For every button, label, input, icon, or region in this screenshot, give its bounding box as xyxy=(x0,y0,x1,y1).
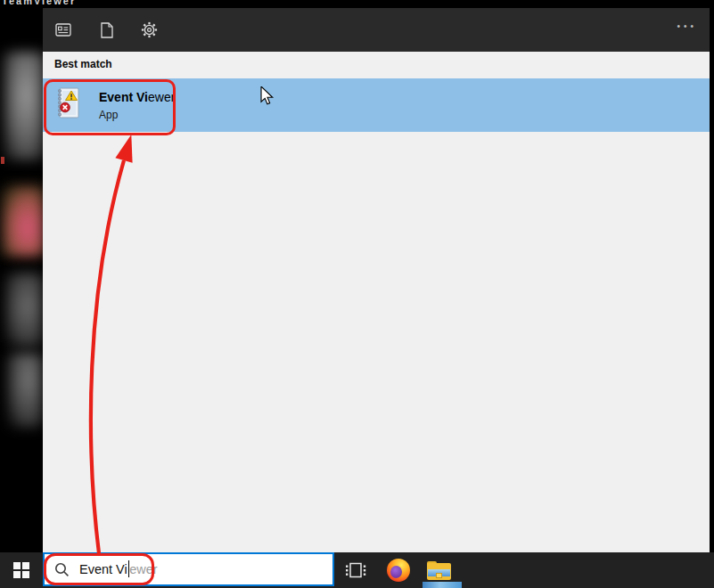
best-match-row[interactable]: Event Viewer App xyxy=(43,78,710,132)
windows-start-icon xyxy=(13,562,29,578)
search-icon xyxy=(54,562,70,577)
open-window-indicator xyxy=(423,582,462,588)
best-match-type: App xyxy=(99,109,175,121)
search-filter-header: ••• xyxy=(43,8,710,52)
best-match-title: Event Viewer xyxy=(99,90,175,105)
task-view-button[interactable] xyxy=(341,552,371,588)
clipped-window-title: TeamViewer xyxy=(2,0,198,5)
best-match-text: Event Viewer App xyxy=(99,90,175,121)
best-match-title-matched: Event Vi xyxy=(99,90,148,104)
desktop-edge xyxy=(0,0,43,552)
search-flyout-panel: ••• Best match xyxy=(43,8,710,552)
event-viewer-icon xyxy=(55,86,81,124)
taskbar: Event Viewer xyxy=(0,552,714,588)
search-autocomplete-suggestion: ewer xyxy=(129,562,157,576)
task-view-icon xyxy=(344,559,367,582)
start-button[interactable] xyxy=(0,552,43,588)
firefox-button[interactable] xyxy=(383,552,414,588)
taskbar-search-box[interactable]: Event Viewer xyxy=(43,552,334,586)
clipped-window-title-text: TeamViewer xyxy=(2,0,76,5)
screen: TeamViewer xyxy=(0,0,714,588)
more-options-button[interactable]: ••• xyxy=(677,22,697,31)
section-title: Best match xyxy=(54,58,112,70)
desktop-icon-fragment xyxy=(1,157,4,164)
best-match-title-rest: ewer xyxy=(148,90,175,104)
apps-filter-icon[interactable] xyxy=(54,21,72,39)
file-explorer-icon xyxy=(427,561,451,580)
documents-filter-icon[interactable] xyxy=(97,21,115,39)
search-input-typed-text: Event Vi xyxy=(79,562,127,576)
desktop-blur-blob xyxy=(2,185,43,257)
settings-filter-icon[interactable] xyxy=(140,21,158,39)
desktop-blur-blob xyxy=(4,52,43,160)
firefox-icon xyxy=(387,559,410,582)
desktop-blur-blob xyxy=(7,353,43,428)
desktop-blur-blob xyxy=(5,273,43,347)
